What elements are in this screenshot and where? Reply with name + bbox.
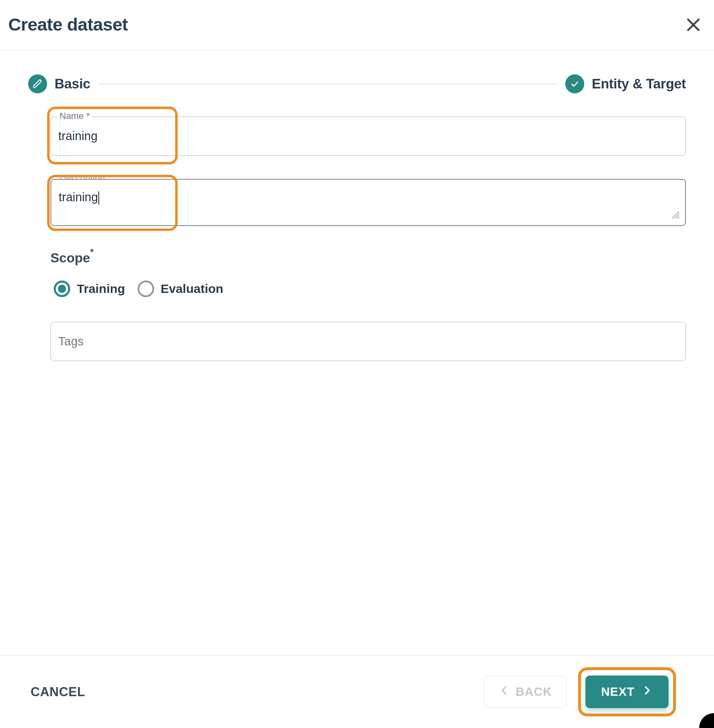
name-label: Name * (57, 111, 92, 121)
radio-evaluation[interactable]: Evaluation (138, 281, 224, 297)
cancel-button[interactable]: CANCEL (28, 684, 88, 700)
footer-left: CANCEL (28, 684, 88, 700)
radio-evaluation-label: Evaluation (161, 282, 224, 296)
name-input[interactable] (51, 117, 685, 155)
form-region: Name * Description training Scope* Train… (28, 117, 686, 361)
step-entity-target-label: Entity & Target (592, 76, 686, 92)
close-button[interactable] (684, 16, 702, 34)
pencil-icon (28, 74, 47, 93)
footer-right: BACK NEXT (484, 676, 669, 708)
dialog-title: Create dataset (8, 14, 128, 35)
next-button[interactable]: NEXT (585, 676, 669, 708)
chevron-right-icon (641, 685, 653, 699)
description-field: Description training (50, 179, 686, 226)
back-button-label: BACK (516, 685, 552, 699)
dialog-body: Basic Entity & Target Name * Description… (0, 50, 714, 361)
name-field: Name * (50, 117, 686, 156)
step-entity-target[interactable]: Entity & Target (565, 74, 686, 93)
scope-label: Scope* (50, 249, 686, 266)
tags-field (50, 322, 686, 361)
radio-training-label: Training (77, 282, 125, 296)
radio-selected-icon (54, 281, 70, 297)
back-button[interactable]: BACK (484, 676, 566, 708)
step-connector (99, 83, 557, 84)
next-wrap: NEXT (585, 676, 669, 708)
description-input[interactable]: training (51, 180, 685, 225)
dialog-footer: CANCEL BACK NEXT (0, 655, 714, 728)
radio-training[interactable]: Training (54, 281, 125, 297)
description-value: training (59, 190, 98, 204)
step-basic-label: Basic (55, 76, 90, 92)
tags-outline (50, 322, 686, 361)
scope-label-text: Scope (50, 250, 90, 265)
step-basic[interactable]: Basic (28, 74, 90, 93)
scope-radio-group: Training Evaluation (50, 281, 686, 297)
chevron-left-icon (498, 685, 510, 699)
tags-input[interactable] (51, 322, 685, 361)
radio-unselected-icon (138, 281, 154, 297)
check-icon (565, 74, 584, 93)
next-button-label: NEXT (601, 685, 635, 699)
dialog-header: Create dataset (0, 0, 714, 50)
description-outline: training (50, 179, 686, 226)
name-outline (50, 117, 686, 156)
close-icon (684, 16, 702, 34)
stepper: Basic Entity & Target (28, 74, 686, 93)
text-caret (98, 191, 99, 205)
